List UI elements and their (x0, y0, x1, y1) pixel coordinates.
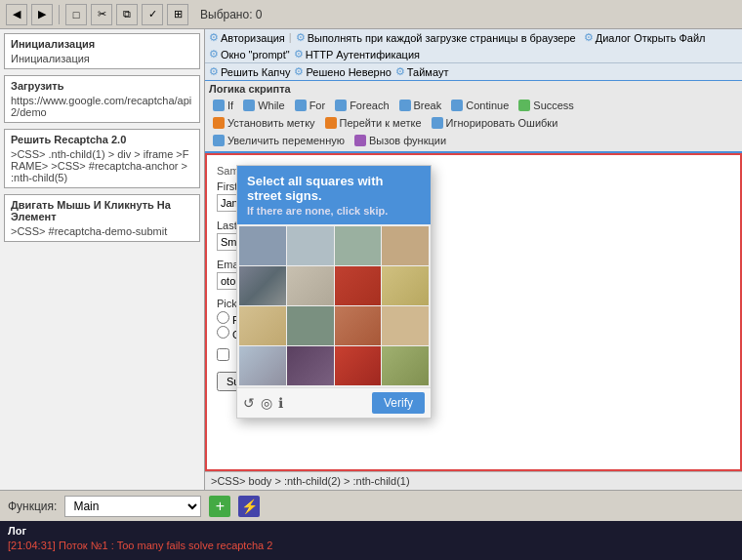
radio-green[interactable] (217, 326, 229, 339)
menu-авторизация[interactable]: ⚙ Авторизация (209, 31, 285, 44)
captcha-verify-button[interactable]: Verify (372, 392, 425, 414)
script-btn-call-func[interactable]: Вызов функции (350, 134, 450, 147)
function-label: Функция: (8, 500, 57, 513)
menu-окно[interactable]: ⚙ Окно "prompt" (209, 48, 290, 60)
block-init[interactable]: Инициализация Инициализация (4, 33, 200, 69)
captcha-subtext: If there are none, click skip. (247, 205, 421, 217)
captcha-cell-7[interactable] (382, 266, 429, 305)
captcha-cell-2[interactable] (335, 226, 382, 265)
captcha-cell-4[interactable] (239, 266, 286, 305)
captcha-info-icon[interactable]: ℹ (278, 395, 283, 411)
script-btn-continue[interactable]: Continue (447, 99, 513, 112)
captcha-cell-13[interactable] (287, 346, 334, 385)
script-btn-increment[interactable]: Увеличить переменную (209, 134, 349, 147)
captcha-cell-5[interactable] (287, 266, 334, 305)
script-btn-ignore-errors[interactable]: Игнорировать Ошибки (428, 116, 562, 130)
script-logic-label: Логика скрипта (209, 83, 738, 97)
css-bar: >CSS> body > :nth-child(2) > :nth-child(… (205, 471, 742, 490)
toolbar: ◀ ▶ □ ✂ ⧉ ✓ ⊞ Выбрано: 0 (0, 0, 742, 29)
form-checkbox[interactable] (217, 348, 229, 361)
back-button[interactable]: ◀ (6, 4, 27, 25)
forward-button[interactable]: ▶ (31, 4, 53, 25)
captcha-overlay: Select all squares with street signs. If… (236, 165, 432, 419)
selected-label: Выбрано: 0 (200, 8, 263, 21)
main-container: ◀ ▶ □ ✂ ⧉ ✓ ⊞ Выбрано: 0 Инициализация И… (0, 0, 742, 560)
block-solve[interactable]: Решить Recaptcha 2.0 >CSS> .nth-child(1)… (4, 129, 200, 188)
block-load-content: https://www.google.com/recaptcha/api2/de… (11, 95, 193, 118)
menu-separator1: | (289, 31, 292, 44)
block-click-title: Двигать Мышь И Кликнуть На Элемент (11, 199, 193, 222)
script-btn-success[interactable]: Success (515, 99, 578, 112)
captcha-cell-3[interactable] (382, 226, 429, 265)
captcha-cell-0[interactable] (239, 226, 286, 265)
captcha-grid (237, 224, 431, 387)
menu-диалог[interactable]: ⚙ Диалог Открыть Файл (584, 31, 706, 44)
block-click[interactable]: Двигать Мышь И Кликнуть На Элемент >CSS>… (4, 194, 200, 242)
copy-button[interactable]: ⧉ (116, 4, 138, 25)
captcha-cell-8[interactable] (239, 306, 286, 345)
function-add-button[interactable]: + (209, 496, 230, 517)
function-select[interactable]: Main (64, 496, 201, 517)
script-btn-goto-label[interactable]: Перейти к метке (321, 116, 426, 130)
script-btn-foreach[interactable]: Foreach (331, 99, 392, 112)
block-init-title: Инициализация (11, 38, 193, 50)
right-panel: ⚙ Авторизация | ⚙ Выполнять при каждой з… (205, 29, 742, 490)
block-init-content: Инициализация (11, 53, 193, 64)
script-btn-while[interactable]: While (239, 99, 289, 112)
check-button[interactable]: ✓ (142, 4, 163, 25)
captcha-cell-15[interactable] (382, 346, 429, 385)
captcha-cell-10[interactable] (335, 306, 382, 345)
content-area: Инициализация Инициализация Загрузить ht… (0, 29, 742, 490)
script-btn-if[interactable]: If (209, 99, 237, 112)
menu-капча[interactable]: ⚙ Решить Капчу (209, 65, 290, 78)
captcha-cell-6[interactable] (335, 266, 382, 305)
log-area: Лог [21:04:31] Поток №1 : Too many fails… (0, 521, 742, 560)
log-entry-0: [21:04:31] Поток №1 : Too many fails sol… (8, 540, 734, 551)
browser-area: Sample: First Na... Last Na... Email (205, 153, 742, 471)
script-row1: If While For Foreach Break Continue Succ… (209, 97, 738, 114)
bottom-section: Функция: Main + ⚡ Лог [21:04:31] Поток №… (0, 490, 742, 560)
block-load[interactable]: Загрузить https://www.google.com/recaptc… (4, 75, 200, 123)
menu-выполнять[interactable]: ⚙ Выполнять при каждой загрузке страницы… (296, 31, 576, 44)
new-button[interactable]: □ (65, 4, 87, 25)
captcha-cell-9[interactable] (287, 306, 334, 345)
function-run-button[interactable]: ⚡ (238, 496, 260, 517)
css-selector-text: >CSS> body > :nth-child(2) > :nth-child(… (211, 475, 410, 487)
script-row3: Увеличить переменную Вызов функции (209, 132, 738, 149)
menu-http[interactable]: ⚙ HTTP Аутентификация (294, 48, 420, 60)
function-bar: Функция: Main + ⚡ (0, 490, 742, 521)
log-title: Лог (8, 525, 734, 537)
separator-1 (59, 5, 60, 24)
captcha-title: Select all squares with street signs. (247, 174, 421, 203)
captcha-header: Select all squares with street signs. If… (237, 166, 431, 224)
captcha-cell-12[interactable] (239, 346, 286, 385)
script-toolbar: Логика скрипта If While For Foreach Brea… (205, 81, 742, 153)
captcha-reload-icon[interactable]: ↺ (243, 395, 255, 411)
script-row2: Установить метку Перейти к метке Игнорир… (209, 114, 738, 132)
radio-red[interactable] (217, 311, 229, 324)
script-btn-break[interactable]: Break (395, 99, 446, 112)
menu-неверно[interactable]: ⚙ Решено Неверно (294, 65, 391, 78)
captcha-cell-11[interactable] (382, 306, 429, 345)
grid-button[interactable]: ⊞ (167, 4, 188, 25)
script-btn-for[interactable]: For (291, 99, 330, 112)
block-solve-title: Решить Recaptcha 2.0 (11, 134, 193, 145)
captcha-footer-icons: ↺ ◎ ℹ (243, 395, 283, 411)
left-panel: Инициализация Инициализация Загрузить ht… (0, 29, 205, 490)
cut-button[interactable]: ✂ (91, 4, 112, 25)
script-btn-set-label[interactable]: Установить метку (209, 116, 319, 130)
captcha-cell-14[interactable] (335, 346, 382, 385)
block-click-content: >CSS> #recaptcha-demo-submit (11, 225, 193, 237)
block-load-title: Загрузить (11, 80, 193, 92)
block-solve-content: >CSS> .nth-child(1) > div > iframe >FRAM… (11, 148, 193, 183)
captcha-audio-icon[interactable]: ◎ (261, 395, 272, 411)
captcha-cell-1[interactable] (287, 226, 334, 265)
menu-таймаут[interactable]: ⚙ Таймаут (395, 65, 449, 78)
captcha-footer: ↺ ◎ ℹ Verify (237, 387, 431, 418)
